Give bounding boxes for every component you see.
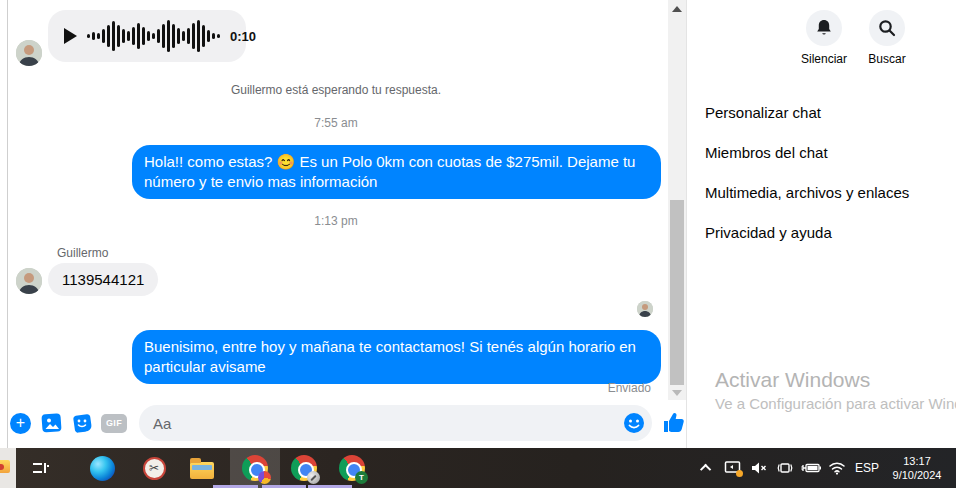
taskbar-partial-app[interactable] bbox=[0, 448, 16, 488]
menu-item-miembros-del-chat[interactable]: Miembros del chat bbox=[705, 132, 945, 172]
task-view-icon bbox=[31, 459, 49, 477]
windows-taskbar: ✂ T bbox=[0, 448, 956, 488]
photo-icon bbox=[41, 412, 63, 434]
system-tray: ESP 13:17 9/10/2024 bbox=[694, 448, 956, 488]
taskbar-file-explorer-button[interactable] bbox=[180, 448, 224, 488]
tray-display-app-button[interactable] bbox=[720, 448, 746, 488]
sticker-icon bbox=[71, 412, 93, 434]
wifi-button[interactable] bbox=[824, 448, 850, 488]
avatar-image bbox=[16, 268, 42, 294]
edge-icon bbox=[90, 456, 115, 481]
audio-waveform bbox=[87, 19, 220, 53]
outgoing-message-bubble[interactable]: Hola!! como estas? 😊 Es un Polo 0km con … bbox=[132, 145, 661, 199]
timestamp: 7:55 am bbox=[0, 116, 672, 130]
sticker-button[interactable] bbox=[71, 412, 93, 434]
language-indicator[interactable]: ESP bbox=[850, 448, 884, 488]
mute-button[interactable]: Silenciar bbox=[792, 10, 856, 66]
notification-dot bbox=[736, 470, 743, 477]
chat-conversation-pane: 0:10 Guillermo está esperando tu respues… bbox=[0, 0, 686, 448]
avatar[interactable] bbox=[16, 268, 42, 294]
battery-button[interactable] bbox=[798, 448, 824, 488]
voice-duration: 0:10 bbox=[230, 29, 256, 44]
avatar-image bbox=[16, 40, 42, 66]
mute-label: Silenciar bbox=[792, 52, 856, 66]
tablet-mode-icon bbox=[776, 460, 794, 476]
chat-options-menu: Personalizar chat Miembros del chat Mult… bbox=[705, 92, 945, 252]
snipping-tool-icon: ✂ bbox=[143, 457, 166, 480]
taskbar-chrome-profile3-button[interactable]: T bbox=[328, 448, 376, 488]
task-view-button[interactable] bbox=[16, 448, 64, 488]
clock-time: 13:17 bbox=[884, 454, 950, 468]
scrollbar-thumb[interactable] bbox=[670, 200, 684, 385]
taskbar-edge-button[interactable] bbox=[80, 448, 124, 488]
search-label: Buscar bbox=[855, 52, 919, 66]
message-input-placeholder: Aa bbox=[153, 415, 171, 432]
taskbar-chrome-profile2-button[interactable] bbox=[280, 448, 328, 488]
attach-photo-button[interactable] bbox=[41, 412, 63, 434]
voice-message-bubble[interactable]: 0:10 bbox=[48, 10, 246, 62]
scrollbar-down-arrow-icon[interactable] bbox=[672, 390, 682, 396]
chrome-icon: T bbox=[339, 455, 365, 481]
like-button[interactable] bbox=[662, 411, 686, 435]
thumbs-up-icon bbox=[662, 411, 686, 435]
watermark-title: Activar Windows bbox=[715, 368, 956, 392]
chrome-icon bbox=[291, 455, 317, 481]
chrome-profile-badge: T bbox=[355, 471, 368, 484]
search-icon bbox=[877, 18, 897, 38]
bell-icon bbox=[814, 18, 834, 38]
taskbar-snipping-tool-button[interactable]: ✂ bbox=[132, 448, 176, 488]
chrome-profile-badge bbox=[258, 471, 271, 484]
message-composer: + GIF Aa bbox=[0, 404, 686, 442]
chrome-profile-badge bbox=[307, 471, 320, 484]
seen-indicator-avatar bbox=[637, 301, 653, 317]
wifi-icon bbox=[828, 460, 846, 476]
more-actions-button[interactable]: + bbox=[10, 413, 31, 434]
chevron-up-icon bbox=[700, 464, 711, 475]
waiting-status-text: Guillermo está esperando tu respuesta. bbox=[0, 83, 672, 97]
outgoing-message-bubble[interactable]: Buenisimo, entre hoy y mañana te contact… bbox=[132, 330, 661, 384]
battery-charging-icon bbox=[800, 460, 822, 476]
windows-activation-watermark: Activar Windows Ve a Configuración para … bbox=[715, 368, 956, 412]
clock-date: 9/10/2024 bbox=[884, 468, 950, 482]
menu-item-multimedia-archivos-enlaces[interactable]: Multimedia, archivos y enlaces bbox=[705, 172, 945, 212]
volume-muted-button[interactable] bbox=[746, 448, 772, 488]
message-input[interactable]: Aa bbox=[139, 405, 652, 441]
tablet-mode-button[interactable] bbox=[772, 448, 798, 488]
hidden-icons-button[interactable] bbox=[694, 448, 720, 488]
search-button[interactable]: Buscar bbox=[855, 10, 919, 66]
speaker-muted-icon bbox=[750, 460, 768, 476]
file-explorer-icon bbox=[190, 462, 214, 479]
watermark-subtitle: Ve a Configuración para activar Wind bbox=[715, 395, 956, 412]
chat-details-panel: Silenciar Buscar Personalizar chat Miemb… bbox=[686, 0, 956, 448]
menu-item-privacidad-y-ayuda[interactable]: Privacidad y ayuda bbox=[705, 212, 945, 252]
emoji-icon bbox=[623, 412, 645, 434]
play-icon[interactable] bbox=[64, 28, 77, 44]
timestamp: 1:13 pm bbox=[0, 214, 672, 228]
scrollbar-up-arrow-icon[interactable] bbox=[672, 6, 682, 12]
avatar[interactable] bbox=[16, 40, 42, 66]
menu-item-personalizar-chat[interactable]: Personalizar chat bbox=[705, 92, 945, 132]
gif-button[interactable]: GIF bbox=[101, 414, 127, 433]
taskbar-clock[interactable]: 13:17 9/10/2024 bbox=[884, 454, 950, 482]
chrome-icon bbox=[242, 455, 268, 481]
screen: 0:10 Guillermo está esperando tu respues… bbox=[0, 0, 956, 488]
sender-name-label: Guillermo bbox=[57, 246, 108, 260]
sent-status-label: Enviado bbox=[608, 381, 651, 395]
chat-scrollbar[interactable] bbox=[668, 0, 686, 400]
emoji-button[interactable] bbox=[623, 412, 645, 434]
incoming-message-bubble[interactable]: 1139544121 bbox=[48, 263, 158, 296]
plus-icon: + bbox=[16, 412, 25, 433]
taskbar-chrome-profile1-button[interactable] bbox=[230, 448, 280, 488]
